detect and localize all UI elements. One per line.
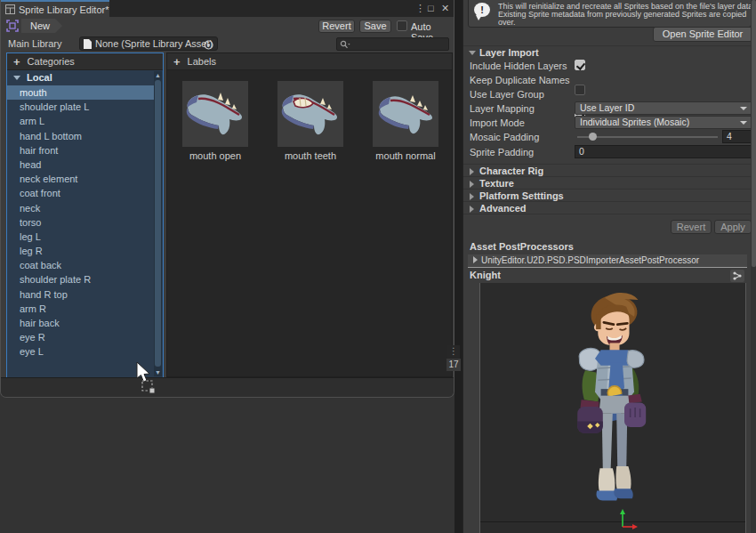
sprite-label: mouth teeth: [277, 150, 343, 161]
labels-panel: + Labels mouth open: [166, 52, 453, 377]
add-label-icon[interactable]: +: [173, 55, 181, 69]
prop-label: Mosaic Padding: [470, 131, 539, 143]
skeleton-joint-icon[interactable]: [730, 270, 744, 282]
inspector-scrollbar[interactable]: [751, 0, 756, 533]
category-item[interactable]: coat back: [7, 258, 154, 272]
include-hidden-layers-checkbox[interactable]: [575, 60, 585, 70]
collapsed-panel-handle-icon[interactable]: ⋮: [447, 345, 460, 359]
sprite-label: mouth normal: [373, 150, 438, 161]
mouth-normal-sprite: [373, 81, 438, 147]
category-item[interactable]: head: [7, 157, 154, 172]
scrollbar-thumb[interactable]: [752, 0, 756, 267]
sprite-thumbnail[interactable]: [182, 81, 248, 147]
category-item[interactable]: eye R: [7, 330, 154, 344]
object-picker-icon[interactable]: [204, 40, 213, 50]
category-item[interactable]: arm R: [7, 302, 154, 316]
foldout-closed-icon: [473, 256, 478, 263]
mouth-teeth-sprite: [277, 81, 343, 147]
categories-panel: + Categories Local mouth shoulder plate …: [6, 52, 164, 378]
window-divider[interactable]: [454, 0, 462, 533]
importer-apply-button[interactable]: Apply: [714, 220, 752, 234]
category-item[interactable]: hand L bottom: [7, 129, 154, 143]
slider-thumb[interactable]: [589, 133, 597, 141]
search-icon: [340, 40, 350, 49]
prop-label: Use Layer Group: [470, 88, 544, 101]
category-item[interactable]: leg R: [7, 244, 154, 258]
mosaic-padding-slider[interactable]: [577, 136, 718, 138]
main-library-value: None (Sprite Library Asset): [95, 38, 213, 49]
category-item[interactable]: leg L: [7, 230, 154, 244]
texture-foldout[interactable]: Texture: [463, 176, 752, 190]
categories-list: Local mouth shoulder plate L arm L hand …: [7, 70, 154, 377]
categories-scrollbar[interactable]: ▲ ▼: [154, 71, 162, 376]
category-item[interactable]: shoulder plate R: [7, 272, 154, 287]
import-mode-dropdown[interactable]: Individual Sprites (Mosaic): [575, 116, 752, 129]
sprite-thumbnail[interactable]: [373, 81, 438, 147]
category-item[interactable]: torso: [7, 215, 154, 230]
character-preview[interactable]: [479, 283, 746, 533]
main-library-label: Main Library: [8, 38, 62, 49]
sprite-padding-field[interactable]: 0: [575, 145, 752, 158]
advanced-foldout[interactable]: Advanced: [463, 201, 752, 214]
sprite-card-mouth-open[interactable]: mouth open: [182, 81, 248, 161]
category-item[interactable]: eye L: [7, 344, 154, 359]
tab-sprite-library-editor[interactable]: Sprite Library Editor*: [1, 0, 109, 17]
asset-postprocessors-title: Asset PostProcessors: [470, 241, 574, 252]
category-item[interactable]: neck element: [7, 172, 154, 186]
labels-header: + Labels: [167, 53, 452, 70]
layer-import-foldout[interactable]: Layer Import: [463, 45, 752, 59]
main-library-object-field[interactable]: None (Sprite Library Asset): [79, 36, 218, 51]
categories-title: Categories: [28, 56, 75, 67]
importer-revert-button[interactable]: Revert: [671, 220, 712, 234]
category-item[interactable]: neck: [7, 201, 154, 215]
preview-title: Knight: [470, 270, 501, 280]
asset-file-icon: [84, 39, 92, 49]
auto-save-checkbox[interactable]: [397, 20, 407, 31]
platform-settings-foldout[interactable]: Platform Setttings: [463, 189, 752, 202]
save-button[interactable]: Save: [359, 20, 391, 33]
sprite-card-mouth-teeth[interactable]: mouth teeth: [277, 81, 343, 161]
help-text: over.: [498, 18, 516, 27]
maximize-icon[interactable]: □: [428, 1, 434, 16]
category-item[interactable]: hair back: [7, 316, 154, 330]
layer-mapping-dropdown[interactable]: Use Layer ID: [575, 101, 752, 115]
foldout-open-icon: [469, 51, 476, 55]
add-category-icon[interactable]: +: [13, 55, 20, 69]
foldout-closed-icon: [470, 206, 474, 213]
prop-label: Layer Mapping: [470, 102, 535, 115]
close-icon[interactable]: ✕: [441, 1, 449, 16]
scroll-up-icon[interactable]: ▲: [154, 72, 162, 78]
inspector-panel: ! This will reinitialize and recreate al…: [462, 0, 756, 533]
mosaic-padding-value[interactable]: 4: [722, 130, 752, 143]
prop-label: Sprite Padding: [470, 146, 534, 158]
search-input[interactable]: [336, 37, 449, 51]
prop-label: Include Hidden Layers: [470, 60, 567, 72]
category-item[interactable]: mouth: [7, 85, 154, 100]
category-item[interactable]: coat front: [7, 186, 154, 200]
category-item[interactable]: hand R top: [7, 287, 154, 302]
open-sprite-editor-button[interactable]: Open Sprite Editor: [653, 27, 752, 42]
revert-button[interactable]: Revert: [318, 20, 355, 33]
sprite-card-mouth-normal[interactable]: mouth normal: [373, 81, 438, 161]
category-item[interactable]: arm L: [7, 114, 154, 128]
mouse-drag-cursor: [130, 361, 160, 397]
category-group-local[interactable]: Local: [7, 70, 154, 85]
category-item[interactable]: hair front: [7, 143, 154, 157]
sprite-asset-icon: [6, 20, 19, 32]
scrollbar-thumb[interactable]: [155, 80, 161, 367]
help-box: ! This will reinitialize and recreate al…: [468, 0, 752, 28]
character-rig-foldout[interactable]: Character Rig: [463, 164, 752, 177]
keep-duplicate-names-checkbox[interactable]: [575, 85, 585, 95]
category-item[interactable]: shoulder plate L: [7, 100, 154, 114]
window-menu-icon[interactable]: ⋮: [415, 1, 425, 16]
foldout-closed-icon: [470, 181, 474, 188]
breadcrumb-new[interactable]: New: [21, 19, 62, 33]
categories-header: + Categories: [7, 53, 163, 70]
collapsed-panel-badge: 17: [446, 359, 461, 371]
postprocessor-item[interactable]: UnityEditor.U2D.PSD.PSDImporterAssetPost…: [468, 254, 747, 268]
sprite-label: mouth open: [182, 150, 248, 161]
prop-label: Import Mode: [470, 117, 525, 129]
info-bubble-icon: !: [474, 3, 490, 17]
sprite-thumbnail[interactable]: [277, 81, 343, 147]
sprite-library-icon: [5, 4, 15, 14]
